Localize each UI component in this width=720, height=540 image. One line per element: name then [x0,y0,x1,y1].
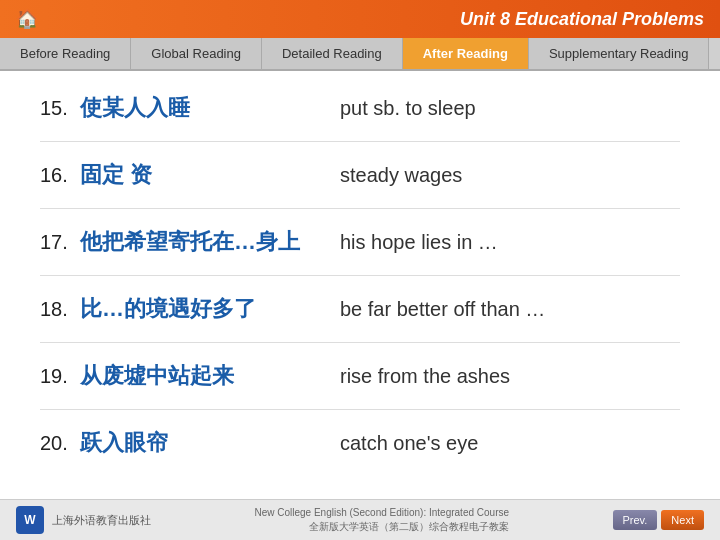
divider-3 [40,275,680,276]
divider-1 [40,141,680,142]
vocab-row-16: 16. 固定 资 steady wages [40,158,680,192]
vocab-english-19: rise from the ashes [340,365,680,388]
course-subtitle: 全新版大学英语（第二版）综合教程电子教案 [309,520,509,534]
home-icon[interactable]: 🏠 [16,8,38,30]
vocab-row-19: 19. 从废墟中站起来 rise from the ashes [40,359,680,393]
vocab-row-18: 18. 比…的境遇好多了 be far better off than … [40,292,680,326]
vocab-number-17: 17. [40,231,68,253]
tab-after-reading[interactable]: After Reading [403,38,529,69]
vocab-chinese-20: 20. 跃入眼帘 [40,428,300,458]
publisher-logo-letter: W [24,513,35,527]
publisher-name: 上海外语教育出版社 [52,513,151,528]
tab-global-reading[interactable]: Global Reading [131,38,262,69]
footer-nav-buttons: Prev. Next [613,510,704,530]
nav-tabs: Before Reading Global Reading Detailed R… [0,38,720,71]
vocab-english-16: steady wages [340,164,680,187]
vocab-row-15: 15. 使某人入睡 put sb. to sleep [40,91,680,125]
vocab-english-18: be far better off than … [340,298,680,321]
header-bar: 🏠 Unit 8 Educational Problems [0,0,720,38]
vocab-chinese-text-18: 比…的境遇好多了 [80,296,256,321]
vocab-chinese-19: 19. 从废墟中站起来 [40,361,300,391]
header-title: Unit 8 Educational Problems [460,9,704,30]
vocab-chinese-16: 16. 固定 资 [40,160,300,190]
vocab-english-15: put sb. to sleep [340,97,680,120]
next-button[interactable]: Next [661,510,704,530]
vocab-chinese-text-19: 从废墟中站起来 [80,363,234,388]
page-wrapper: 🏠 Unit 8 Educational Problems Before Rea… [0,0,720,540]
vocab-number-19: 19. [40,365,68,387]
vocab-row-20: 20. 跃入眼帘 catch one's eye [40,426,680,460]
vocab-chinese-18: 18. 比…的境遇好多了 [40,294,300,324]
vocab-number-18: 18. [40,298,68,320]
vocab-english-20: catch one's eye [340,432,680,455]
prev-button[interactable]: Prev. [613,510,658,530]
footer-logo: W 上海外语教育出版社 [16,506,151,534]
vocab-number-16: 16. [40,164,68,186]
tab-supplementary-reading[interactable]: Supplementary Reading [529,38,709,69]
publisher-logo-icon: W [16,506,44,534]
tab-before-reading[interactable]: Before Reading [0,38,131,69]
divider-2 [40,208,680,209]
divider-4 [40,342,680,343]
vocab-chinese-text-17: 他把希望寄托在…身上 [80,229,300,254]
vocab-chinese-text-16: 固定 资 [80,162,152,187]
vocab-chinese-text-15: 使某人入睡 [80,95,190,120]
divider-5 [40,409,680,410]
vocab-number-15: 15. [40,97,68,119]
tab-detailed-reading[interactable]: Detailed Reading [262,38,403,69]
content-area: 15. 使某人入睡 put sb. to sleep 16. 固定 资 stea… [0,71,720,499]
vocab-chinese-15: 15. 使某人入睡 [40,93,300,123]
vocab-row-17: 17. 他把希望寄托在…身上 his hope lies in … [40,225,680,259]
footer-area: W 上海外语教育出版社 New College English (Second … [0,499,720,540]
vocab-chinese-text-20: 跃入眼帘 [80,430,168,455]
vocab-number-20: 20. [40,432,68,454]
course-info: New College English (Second Edition): In… [254,507,509,518]
vocab-chinese-17: 17. 他把希望寄托在…身上 [40,227,300,257]
vocab-english-17: his hope lies in … [340,231,680,254]
